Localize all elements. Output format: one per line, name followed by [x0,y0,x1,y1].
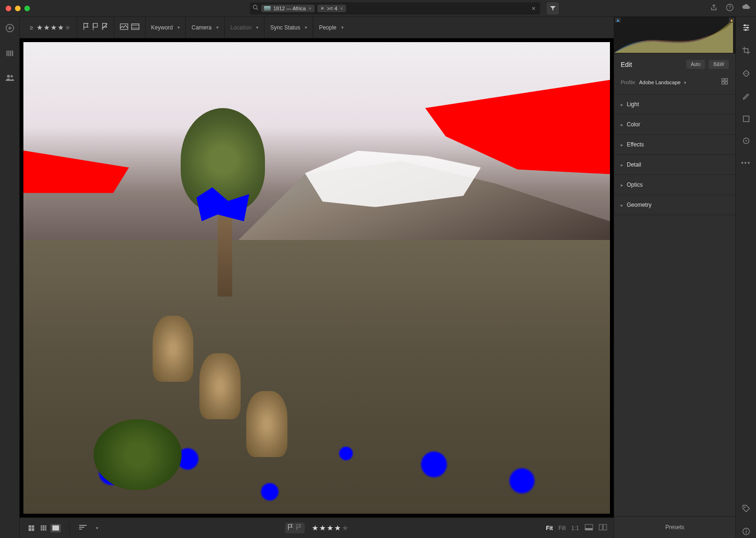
flag-rejected-icon[interactable] [296,524,302,532]
bw-button[interactable]: B&W [709,60,729,69]
flag-picked-icon[interactable] [83,23,89,32]
svg-point-5 [7,75,10,78]
svg-rect-19 [599,524,602,530]
single-view-button[interactable] [51,524,61,532]
panel-light[interactable]: ▸Light [614,95,735,115]
brush-icon[interactable] [742,92,750,103]
minimize-window-button[interactable] [15,6,21,11]
zoom-1to1-button[interactable]: 1:1 [571,525,579,531]
compare-view-icon[interactable] [599,524,607,532]
flag-unflagged-icon[interactable] [92,23,99,32]
panel-optics[interactable]: ▸Optics [614,175,735,195]
close-window-button[interactable] [6,6,11,11]
linear-gradient-icon[interactable] [742,115,750,125]
section-label: Geometry [627,202,652,208]
star-icon[interactable]: ★ [319,524,326,532]
chip-remove-icon[interactable]: × [340,6,343,11]
star-icon[interactable]: ★ [44,23,50,31]
cloud-sync-icon[interactable] [742,4,750,13]
star-icon[interactable]: ★ [51,23,57,31]
highlight-clip-indicator[interactable]: ▲ [729,18,734,22]
section-label: Detail [627,161,641,168]
help-icon[interactable]: ? [726,4,734,13]
grid-view-button[interactable] [26,524,37,532]
bottom-bar: ▾ ★★★★★ Fit Fill 1:1 [20,517,614,538]
camera-filter[interactable]: Camera▾ [186,17,225,38]
search-chip-album[interactable]: 1812 — Africa × [261,5,315,12]
radial-gradient-icon[interactable] [742,137,750,147]
tag-icon[interactable] [742,504,750,515]
panel-detail[interactable]: ▸Detail [614,155,735,175]
svg-rect-31 [743,116,749,122]
section-label: Color [627,121,640,128]
share-icon[interactable] [710,4,718,13]
panel-effects[interactable]: ▸Effects [614,135,735,155]
chevron-down-icon: ▾ [305,25,307,30]
star-icon: ★ [320,6,324,11]
clear-search-button[interactable]: × [532,5,536,12]
more-icon[interactable]: ••• [741,159,751,167]
star-icon[interactable]: ★ [58,23,64,31]
profile-dropdown[interactable]: Adobe Landscape ▾ [639,80,686,85]
flag-rejected-icon[interactable] [102,23,108,32]
chevron-right-icon: ▸ [621,182,623,188]
svg-rect-37 [746,531,747,533]
highlight-clipping-overlay [23,151,129,193]
zoom-fill-button[interactable]: Fill [558,525,565,531]
add-photos-icon[interactable] [5,23,15,35]
maximize-window-button[interactable] [24,6,30,11]
rating-filter[interactable]: ≥ ★★★★★ [24,17,77,38]
star-icon[interactable]: ★ [312,524,318,532]
keyword-filter[interactable]: Keyword▾ [146,17,186,38]
section-label: Light [627,101,639,108]
photo-type-icon[interactable] [120,23,128,31]
chevron-down-icon: ▾ [684,80,686,85]
image-canvas[interactable] [20,38,614,517]
svg-rect-28 [742,70,749,77]
sort-icon[interactable] [78,524,88,532]
star-icon[interactable]: ★ [334,524,341,532]
edit-title: Edit [621,61,632,68]
keyword-label: Keyword [151,24,173,31]
people-filter[interactable]: People▾ [313,17,349,38]
search-bar[interactable]: 1812 — Africa × ★ >= 4 × × [250,2,540,15]
auto-button[interactable]: Auto [686,60,705,69]
presets-button[interactable]: Presets [614,516,735,538]
profile-label: Profile [621,80,635,85]
location-filter[interactable]: Location▾ [225,17,264,38]
histogram[interactable]: ▲ ▲ [614,17,735,53]
flag-picked-icon[interactable] [288,524,294,532]
small-grid-view-button[interactable] [38,524,49,532]
edit-header: Edit Auto B&W [614,53,735,75]
svg-point-6 [10,75,13,78]
star-icon[interactable]: ★ [37,23,43,31]
svg-point-0 [253,5,257,9]
healing-icon[interactable] [742,69,750,80]
chip-remove-icon[interactable]: × [308,6,311,11]
library-icon[interactable] [6,49,14,60]
sync-filter[interactable]: Sync Status▾ [264,17,313,38]
filter-toggle-button[interactable] [547,2,559,15]
chevron-right-icon: ▸ [621,162,623,167]
star-icon[interactable]: ★ [327,524,333,532]
panel-color[interactable]: ▸Color [614,115,735,135]
edit-sliders-icon[interactable] [742,23,750,34]
stars-filter: ★★★★★ [36,23,71,32]
people-icon[interactable] [5,74,15,84]
svg-point-33 [745,140,747,142]
profile-browser-icon[interactable] [721,78,729,87]
svg-rect-7 [93,23,97,27]
panel-geometry[interactable]: ▸Geometry [614,195,735,215]
shadow-clip-indicator[interactable]: ▲ [615,18,621,22]
chevron-down-icon[interactable]: ▾ [96,525,98,531]
crop-icon[interactable] [742,46,750,57]
star-icon[interactable]: ★ [342,524,348,532]
search-chip-rating[interactable]: ★ >= 4 × [317,5,346,12]
gte-icon: ≥ [30,24,33,31]
video-type-icon[interactable] [131,23,139,31]
zoom-fit-button[interactable]: Fit [546,525,553,531]
titlebar: 1812 — Africa × ★ >= 4 × × ? [0,0,756,17]
star-icon[interactable]: ★ [65,23,71,31]
filmstrip-toggle-icon[interactable] [585,524,593,532]
info-icon[interactable] [742,527,750,538]
